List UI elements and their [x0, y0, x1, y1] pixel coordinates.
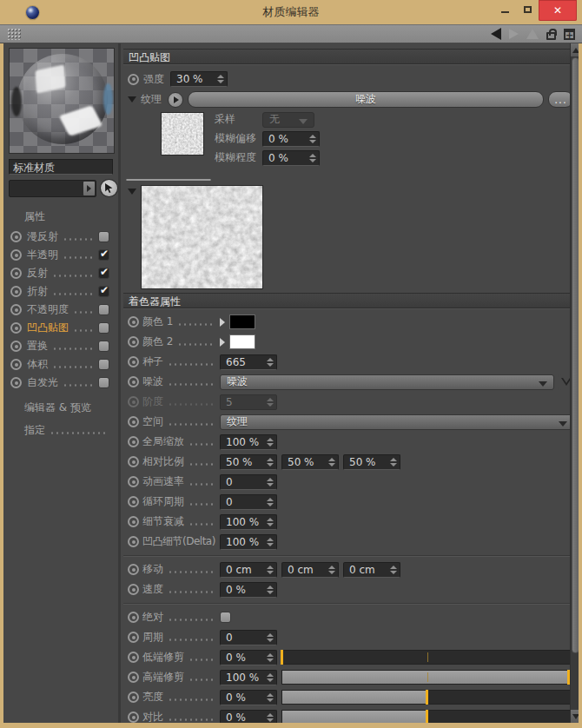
channel-checkbox[interactable] [98, 231, 109, 242]
channel-radio-icon[interactable] [10, 359, 22, 370]
row-radio[interactable] [128, 516, 139, 527]
drag-grip-icon[interactable] [7, 28, 21, 40]
slider-handle[interactable] [426, 710, 428, 723]
row-radio[interactable] [128, 692, 139, 703]
row-radio[interactable] [128, 496, 139, 507]
maximize-button[interactable] [516, 0, 539, 19]
channel-radio-icon[interactable] [10, 286, 22, 297]
close-button[interactable]: ✕ [539, 0, 577, 21]
row-radio[interactable] [128, 584, 139, 595]
spinner-arrows-icon[interactable] [390, 566, 397, 574]
slider-handle[interactable] [281, 650, 283, 665]
spinner-arrows-icon[interactable] [267, 358, 274, 367]
row-radio[interactable] [128, 456, 139, 467]
minimize-button[interactable] [493, 0, 516, 19]
speed-spinner[interactable]: 0 % [220, 582, 277, 598]
spinner-arrows-icon[interactable] [309, 135, 316, 143]
high-clip-slider[interactable] [281, 670, 572, 685]
spinner-arrows-icon[interactable] [328, 566, 335, 574]
high-clip-spinner[interactable]: 100 % [220, 670, 277, 685]
brightness-slider[interactable] [281, 690, 572, 705]
spinner-arrows-icon[interactable] [328, 458, 335, 467]
material-preview[interactable] [9, 48, 115, 154]
channel-refraction[interactable]: 折射 [3, 282, 118, 301]
spinner-arrows-icon[interactable] [267, 538, 274, 546]
channel-checkbox[interactable] [98, 359, 109, 370]
slider-handle[interactable] [426, 690, 428, 705]
blur-offset-spinner[interactable]: 0 % [262, 131, 320, 147]
movement-y-spinner[interactable]: 0 cm [281, 562, 339, 578]
noise-type-dropdown[interactable]: 噪波 [220, 374, 554, 390]
spinner-arrows-icon[interactable] [267, 653, 274, 662]
absolute-checkbox[interactable] [220, 612, 231, 623]
channel-checkbox[interactable] [98, 377, 109, 388]
scroll-down-icon[interactable] [571, 710, 579, 723]
pick-material-button[interactable] [100, 179, 118, 197]
color1-swatch[interactable] [229, 314, 255, 329]
channel-reflection[interactable]: 反射 [3, 264, 118, 282]
expand-right-icon[interactable] [220, 338, 225, 347]
brightness-spinner[interactable]: 0 % [220, 690, 277, 705]
animation-speed-spinner[interactable]: 0 [220, 474, 277, 490]
row-radio[interactable] [128, 536, 139, 547]
channel-radio-icon[interactable] [10, 249, 22, 261]
loop-period-spinner[interactable]: 0 [220, 494, 277, 510]
spinner-arrows-icon[interactable] [267, 518, 274, 526]
material-select-field[interactable] [9, 180, 96, 197]
strength-spinner[interactable]: 30 % [170, 71, 228, 87]
contrast-spinner[interactable]: 0 % [220, 710, 277, 724]
spinner-arrows-icon[interactable] [267, 458, 274, 467]
row-radio[interactable] [128, 436, 139, 447]
channel-luminance[interactable]: 自发光 [3, 374, 118, 392]
channel-opacity[interactable]: 不透明度 [3, 301, 118, 319]
relative-scale-y-spinner[interactable]: 50 % [281, 454, 339, 470]
material-name-field[interactable]: 标准材质 [9, 159, 113, 175]
cycle-spinner[interactable]: 0 [220, 630, 277, 645]
spinner-arrows-icon[interactable] [267, 566, 274, 574]
spinner-arrows-icon[interactable] [267, 478, 274, 486]
lock-icon[interactable] [546, 32, 556, 40]
row-radio[interactable] [128, 476, 139, 487]
relative-scale-x-spinner[interactable]: 50 % [220, 454, 277, 470]
tab-shader[interactable]: 着色器 [163, 180, 210, 181]
channel-radio-icon[interactable] [10, 231, 22, 242]
movement-x-spinner[interactable]: 0 cm [220, 562, 277, 578]
texture-expand-button[interactable] [168, 92, 183, 108]
channel-checkbox[interactable] [98, 322, 109, 334]
spinner-arrows-icon[interactable] [267, 438, 274, 447]
channel-diffuse[interactable]: 漫反射 [3, 228, 118, 246]
seed-spinner[interactable]: 665 [220, 354, 277, 370]
detail-attenuation-spinner[interactable]: 100 % [220, 514, 277, 530]
row-radio[interactable] [128, 711, 139, 723]
scrollbar-thumb[interactable] [572, 57, 579, 653]
channel-checkbox[interactable] [98, 286, 109, 297]
channel-bump[interactable]: 凹凸贴图 [3, 319, 118, 337]
low-clip-slider[interactable] [281, 650, 572, 665]
row-radio[interactable] [128, 672, 139, 683]
channel-translucency[interactable]: 半透明 [3, 246, 118, 264]
editor-preview-item[interactable]: 编辑器 & 预览 [24, 400, 118, 415]
blur-scale-spinner[interactable]: 0 % [262, 150, 320, 166]
row-radio[interactable] [128, 376, 139, 387]
spinner-arrows-icon[interactable] [267, 586, 274, 594]
channel-volume[interactable]: 体积 [3, 355, 118, 374]
assign-item[interactable]: 指定 [24, 423, 109, 438]
new-window-icon[interactable] [564, 29, 575, 40]
spinner-arrows-icon[interactable] [267, 633, 274, 642]
channel-checkbox[interactable] [98, 249, 109, 261]
channel-checkbox[interactable] [98, 268, 109, 279]
space-dropdown[interactable]: 纹理 [220, 414, 574, 430]
channel-displacement[interactable]: 置换 [3, 337, 118, 355]
collapse-arrow-icon[interactable] [128, 189, 136, 195]
row-radio[interactable] [128, 316, 139, 328]
history-back-icon[interactable] [491, 28, 501, 40]
channel-radio-icon[interactable] [10, 304, 22, 315]
contrast-slider[interactable] [281, 710, 572, 723]
row-radio[interactable] [128, 632, 139, 643]
channel-radio-icon[interactable] [10, 341, 22, 352]
scrollbar[interactable] [570, 43, 579, 723]
row-radio[interactable] [128, 336, 139, 347]
row-radio[interactable] [128, 416, 139, 427]
row-radio[interactable] [128, 612, 139, 623]
row-radio[interactable] [128, 356, 139, 367]
